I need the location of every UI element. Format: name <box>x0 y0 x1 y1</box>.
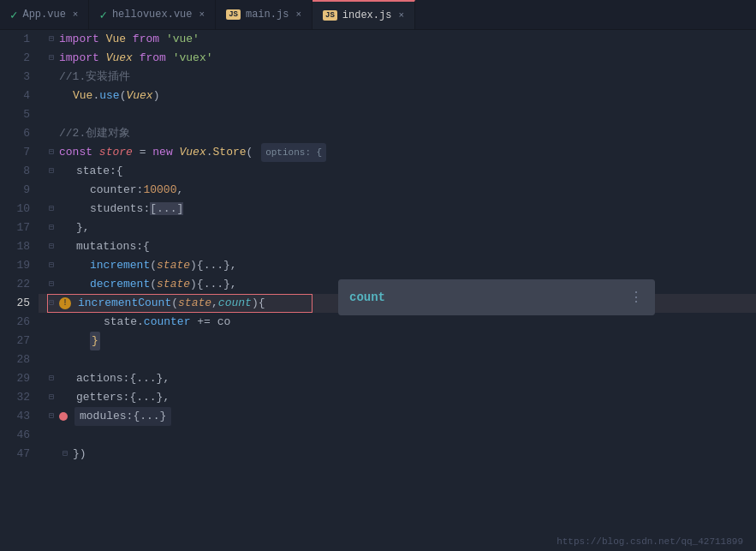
line-num-17: 17 <box>4 219 30 237</box>
comma-counter: , <box>176 183 183 196</box>
fn-incrementcount: incrementCount <box>78 296 171 309</box>
tab-main-js-close[interactable]: × <box>295 9 301 20</box>
tab-bar: ✓ App.vue × ✓ hellovuex.vue × JS main.js… <box>0 0 756 30</box>
line-num-3: 3 <box>4 68 30 87</box>
fold-icon-19[interactable]: ⊟ <box>45 260 57 272</box>
line-num-43: 43 <box>4 407 30 426</box>
var-store: store <box>99 143 133 162</box>
param-state-2: state <box>157 278 190 290</box>
prop-counter: counter <box>90 183 137 196</box>
str-vuex: 'vuex' <box>173 49 213 68</box>
prop-state-counter: state <box>104 315 137 328</box>
fold-icon-43[interactable]: ⊟ <box>45 410 57 422</box>
line-num-46: 46 <box>4 426 30 445</box>
brace-inc: {...}, <box>197 259 237 272</box>
paren-inc-close: ) <box>190 259 197 272</box>
fold-icon-17[interactable]: ⊟ <box>45 222 57 234</box>
vue-cls: Vue <box>73 89 92 102</box>
fn-use: use <box>99 89 119 102</box>
dot-store: . <box>206 143 213 162</box>
prop-mutations: mutations <box>76 240 136 253</box>
code-line-10: ⊟ students:[...] <box>39 200 756 219</box>
code-line-4: Vue.use(Vuex) <box>39 87 756 105</box>
cls-vuex: Vuex <box>106 49 133 68</box>
line-num-32: 32 <box>4 388 30 407</box>
editor: 1 2 3 4 5 6 7 8 9 10 17 18 19 22 25 26 2… <box>0 30 756 551</box>
tab-index-js-label: index.js <box>342 9 392 21</box>
fold-icon-18[interactable]: ⊟ <box>45 241 57 253</box>
code-line-3: //1.安装插件 <box>39 68 756 87</box>
code-line-46 <box>39 426 756 445</box>
fn-increment: increment <box>90 259 150 272</box>
colon-actions: :{...}, <box>123 372 170 385</box>
cls-vue: Vue <box>106 30 126 49</box>
code-line-1: ⊟ import Vue from 'vue' <box>39 30 756 49</box>
bracket-students: [...] <box>150 202 183 215</box>
fold-icon-2[interactable]: ⊟ <box>45 52 57 64</box>
fold-icon-25[interactable]: ⊟ <box>45 297 57 309</box>
code-area: ⊟ import Vue from 'vue' ⊟ import Vuex fr… <box>39 30 756 551</box>
code-line-6: //2.创建对象 <box>39 124 756 143</box>
line-num-9: 9 <box>4 181 30 200</box>
autocomplete-item-count[interactable]: count ⋮ <box>339 280 654 314</box>
autocomplete-more-icon[interactable]: ⋮ <box>629 289 644 306</box>
str-vue: 'vue' <box>166 30 199 49</box>
from-keyword-2: from <box>140 49 166 68</box>
close-bracket-27: } <box>92 334 98 347</box>
code-line-2: ⊟ import Vuex from 'vuex' <box>39 49 756 68</box>
prop-students: students <box>90 202 143 215</box>
fold-icon-7[interactable]: ⊟ <box>45 147 57 159</box>
prop-state: state <box>76 165 110 177</box>
kw-new: new <box>152 143 172 162</box>
fold-icon-22[interactable]: ⊟ <box>45 278 57 290</box>
line-num-29: 29 <box>4 369 30 388</box>
code-line-5 <box>39 105 756 124</box>
comment-1: //1.安装插件 <box>59 68 130 87</box>
fold-icon-29[interactable]: ⊟ <box>45 373 57 385</box>
vue-icon-2: ✓ <box>99 8 106 22</box>
tab-hellovuex-close[interactable]: × <box>199 9 205 20</box>
code-line-29: ⊟ actions:{...}, <box>39 369 756 388</box>
param-state-1: state <box>157 259 190 272</box>
fold-icon-1[interactable]: ⊟ <box>45 33 57 45</box>
vuex-arg: Vuex <box>126 89 152 102</box>
line-num-1: 1 <box>4 30 30 49</box>
line-num-22: 22 <box>4 275 30 294</box>
colon-state: :{ <box>110 165 123 177</box>
code-line-43: ⊟ modules:{...} <box>39 407 756 426</box>
comma-ic: , <box>211 296 218 309</box>
fold-icon-47[interactable]: ⊟ <box>59 448 71 460</box>
prop-modules: modules <box>80 410 127 422</box>
close-state: }, <box>76 221 90 234</box>
tab-main-js[interactable]: JS main.js × <box>216 0 313 29</box>
op-eq: = <box>140 143 146 162</box>
autocomplete-dropdown: count ⋮ <box>338 279 655 315</box>
comment-2: //2.创建对象 <box>59 124 130 143</box>
line-num-4: 4 <box>4 87 30 105</box>
param-state-3: state <box>178 296 211 309</box>
line-num-47: 47 <box>4 445 30 464</box>
code-line-28 <box>39 350 756 369</box>
line-num-18: 18 <box>4 237 30 256</box>
tab-app-vue-label: App.vue <box>22 9 65 21</box>
line-num-5: 5 <box>4 105 30 124</box>
num-10000: 10000 <box>143 183 176 196</box>
param-count: count <box>218 296 252 309</box>
colon-mutations: :{ <box>136 240 150 253</box>
paren-dec-close: ) <box>190 278 197 290</box>
paren-ic-close: ){ <box>252 296 265 309</box>
code-line-47: ⊟ }) <box>39 445 756 464</box>
tab-app-vue-close[interactable]: × <box>73 9 79 20</box>
tab-index-js-close[interactable]: × <box>398 10 404 21</box>
options-hint: options: { <box>261 143 326 162</box>
fold-icon-10[interactable]: ⊟ <box>45 203 57 215</box>
autocomplete-item-label: count <box>349 290 385 304</box>
fold-icon-8[interactable]: ⊟ <box>45 165 57 177</box>
fold-icon-32[interactable]: ⊟ <box>45 392 57 404</box>
js-icon-index: JS <box>323 10 337 21</box>
tab-index-js[interactable]: JS index.js × <box>313 0 415 29</box>
bottom-link-text: https://blog.csdn.net/qq_42711899 <box>557 536 743 547</box>
tab-app-vue[interactable]: ✓ App.vue × <box>0 0 89 29</box>
line-num-19: 19 <box>4 256 30 275</box>
tab-hellovuex-vue[interactable]: ✓ hellovuex.vue × <box>89 0 216 29</box>
